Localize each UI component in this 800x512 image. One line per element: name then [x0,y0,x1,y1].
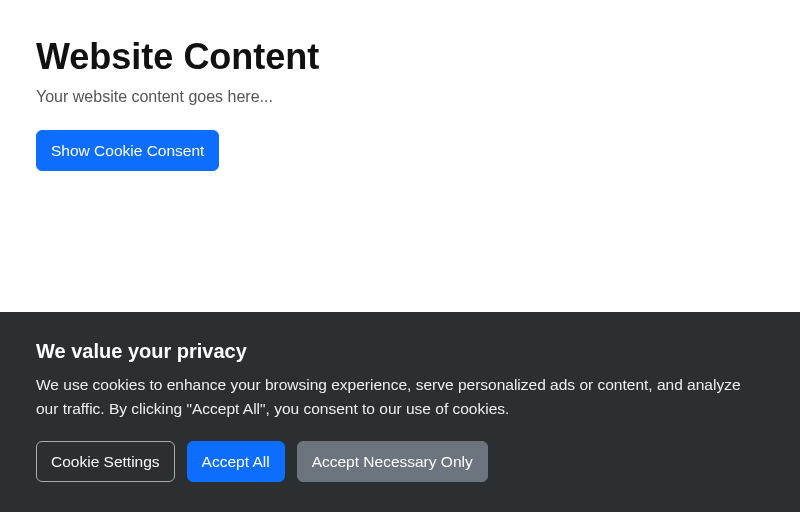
cookie-settings-button[interactable]: Cookie Settings [36,441,175,482]
accept-all-button[interactable]: Accept All [187,441,285,482]
cookie-actions: Cookie Settings Accept All Accept Necess… [36,441,764,482]
main-content: Website Content Your website content goe… [0,0,800,171]
page-subtitle: Your website content goes here... [36,88,764,106]
show-cookie-consent-button[interactable]: Show Cookie Consent [36,130,219,171]
cookie-title: We value your privacy [36,340,764,363]
cookie-consent-banner: We value your privacy We use cookies to … [0,312,800,512]
accept-necessary-only-button[interactable]: Accept Necessary Only [297,441,488,482]
page-title: Website Content [36,36,764,78]
cookie-description: We use cookies to enhance your browsing … [36,373,764,421]
